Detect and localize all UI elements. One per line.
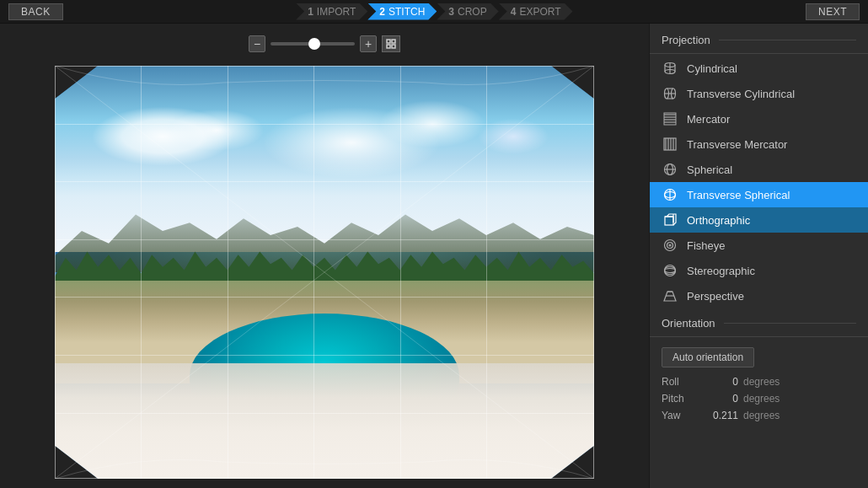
fit-button[interactable] — [382, 35, 400, 52]
svg-point-42 — [665, 267, 676, 275]
proj-perspective[interactable]: Perspective — [650, 283, 868, 308]
pitch-label: Pitch — [662, 393, 691, 405]
svg-point-37 — [665, 240, 676, 251]
perspective-icon — [662, 287, 678, 304]
svg-point-39 — [669, 244, 671, 246]
roll-row: Roll 0 degrees — [662, 376, 856, 388]
zoom-bar: − + — [249, 35, 400, 52]
step-crop[interactable]: 3 CROP — [437, 3, 498, 20]
orientation-title: Orientation — [650, 317, 868, 337]
svg-rect-34 — [665, 217, 673, 225]
roll-label: Roll — [662, 376, 691, 388]
roll-value: 0 — [696, 376, 738, 388]
orientation-section: Auto orientation Roll 0 degrees Pitch 0 … — [650, 339, 868, 421]
main-area: − + — [0, 24, 868, 488]
mercator-icon — [662, 110, 678, 127]
transverse-cylindrical-icon — [662, 85, 678, 102]
svg-rect-2 — [387, 45, 390, 48]
svg-point-41 — [665, 269, 676, 273]
zoom-thumb[interactable] — [308, 38, 320, 50]
proj-fisheye[interactable]: Fisheye — [650, 233, 868, 258]
proj-cylindrical[interactable]: Cylindrical — [650, 56, 868, 81]
svg-point-38 — [667, 243, 673, 249]
proj-stereographic[interactable]: Stereographic — [650, 258, 868, 283]
canvas-area: − + — [0, 24, 649, 488]
step-import[interactable]: 1 IMPORT — [296, 3, 367, 20]
projection-title: Projection — [650, 34, 868, 54]
step-stitch[interactable]: 2 STITCH — [367, 3, 437, 20]
proj-transverse-cylindrical[interactable]: Transverse Cylindrical — [650, 81, 868, 106]
fisheye-icon — [662, 237, 678, 254]
step-export[interactable]: 4 EXPORT — [499, 3, 573, 20]
stereographic-icon — [662, 262, 678, 279]
svg-rect-0 — [387, 40, 390, 43]
zoom-out-button[interactable]: − — [249, 35, 265, 52]
svg-rect-1 — [392, 40, 395, 43]
topbar: BACK 1 IMPORT 2 STITCH 3 CROP 4 EXPORT N… — [0, 0, 868, 24]
pitch-unit: degrees — [743, 393, 780, 405]
pitch-value: 0 — [696, 393, 738, 405]
yaw-value: 0.211 — [696, 410, 738, 421]
auto-orientation-button[interactable]: Auto orientation — [662, 347, 754, 367]
zoom-in-button[interactable]: + — [360, 35, 377, 52]
proj-spherical[interactable]: Spherical — [650, 157, 868, 182]
panorama-background — [55, 66, 594, 479]
pitch-row: Pitch 0 degrees — [662, 393, 856, 405]
proj-transverse-spherical[interactable]: Transverse Spherical — [650, 182, 868, 207]
yaw-unit: degrees — [743, 410, 780, 421]
transverse-spherical-icon — [662, 186, 678, 203]
right-panel: Projection Cylindrical — [649, 24, 868, 488]
svg-rect-3 — [392, 45, 395, 48]
orthographic-icon — [662, 212, 678, 228]
steps-nav: 1 IMPORT 2 STITCH 3 CROP 4 EXPORT — [296, 3, 572, 20]
zoom-slider[interactable] — [271, 42, 355, 46]
back-button[interactable]: BACK — [8, 3, 63, 20]
spherical-icon — [662, 161, 678, 178]
transverse-mercator-icon — [662, 136, 678, 153]
yaw-row: Yaw 0.211 degrees — [662, 410, 856, 421]
proj-transverse-mercator[interactable]: Transverse Mercator — [650, 131, 868, 157]
panorama-container — [55, 66, 594, 479]
proj-mercator[interactable]: Mercator — [650, 106, 868, 131]
next-button[interactable]: NEXT — [806, 3, 860, 20]
cylindrical-icon — [662, 60, 678, 77]
yaw-label: Yaw — [662, 410, 691, 421]
proj-orthographic[interactable]: Orthographic — [650, 207, 868, 233]
roll-unit: degrees — [743, 376, 780, 388]
